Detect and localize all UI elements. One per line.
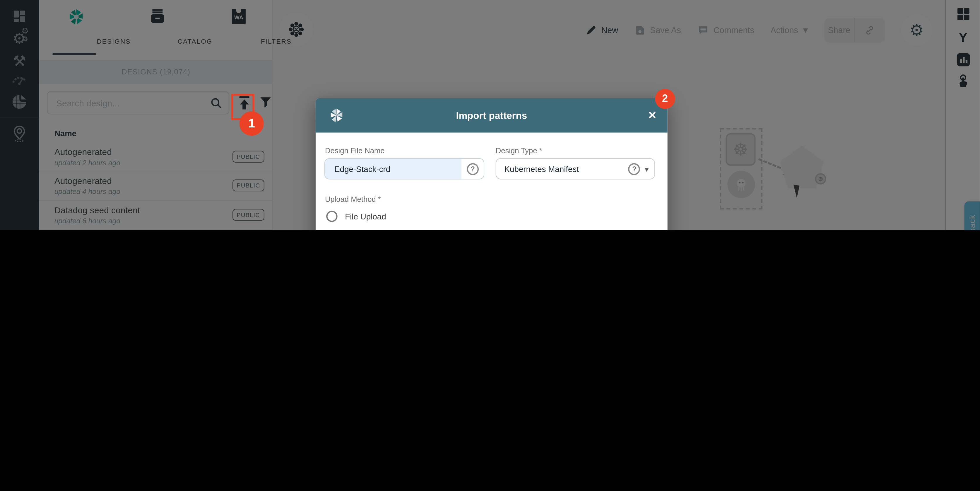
file-upload-label: File Upload bbox=[345, 212, 386, 221]
design-file-name-field[interactable]: ? bbox=[325, 158, 484, 180]
modal-header: Import patterns × bbox=[316, 98, 668, 132]
design-type-select[interactable]: Kubernetes Manifest ? ▾ bbox=[496, 158, 655, 180]
help-icon[interactable]: ? bbox=[467, 163, 479, 175]
app-screen: ⚙⚙⚙ ⚒ ? v0.7.76 DESIGNS CATALOG bbox=[0, 0, 980, 230]
design-file-name-label: Design File Name bbox=[325, 146, 385, 155]
design-type-value: Kubernetes Manifest bbox=[504, 164, 628, 174]
import-patterns-modal: Import patterns × Design File Name ? Des… bbox=[316, 98, 668, 230]
design-file-name-input[interactable] bbox=[333, 163, 467, 174]
meshery-logo-icon bbox=[328, 107, 345, 124]
annotation-step-1: 1 bbox=[240, 111, 264, 136]
help-icon[interactable]: ? bbox=[628, 163, 640, 175]
caret-down-icon: ▾ bbox=[645, 164, 649, 174]
upload-method-label: Upload Method * bbox=[325, 195, 381, 204]
radio-off-icon bbox=[326, 210, 337, 222]
annotation-step-2: 2 bbox=[655, 89, 675, 109]
file-upload-radio[interactable]: File Upload bbox=[326, 210, 386, 222]
modal-title: Import patterns bbox=[316, 110, 668, 121]
close-icon[interactable]: × bbox=[648, 107, 656, 123]
design-type-label: Design Type * bbox=[496, 146, 542, 155]
